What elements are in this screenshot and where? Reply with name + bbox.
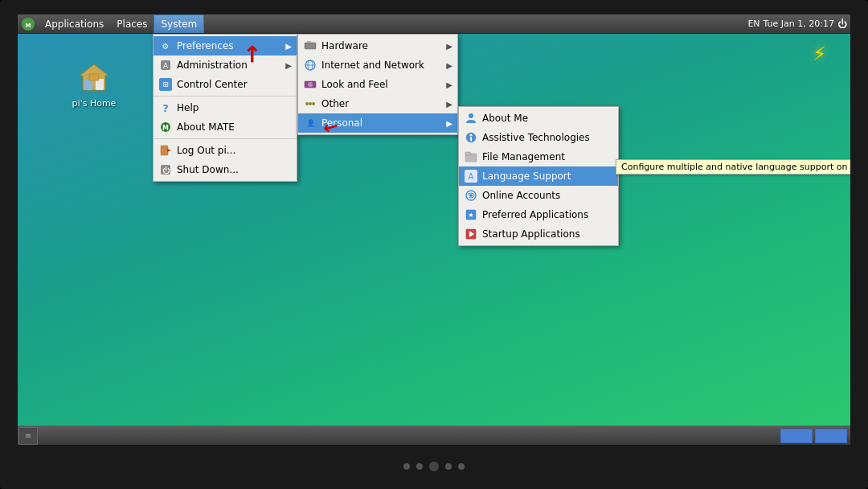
hardware-label: Hardware	[321, 40, 440, 51]
svg-point-25	[469, 113, 473, 118]
home-icon-label: pi's Home	[72, 98, 117, 109]
svg-text:A: A	[163, 62, 169, 70]
hardware-icon	[303, 39, 317, 53]
look-feel-arrow: ▶	[446, 80, 452, 89]
menu-item-language-support[interactable]: A Language Support	[459, 166, 618, 186]
menu-item-about-mate[interactable]: M About MATE	[154, 117, 297, 137]
menu-item-preferred-apps[interactable]: ★ Preferred Applications	[459, 205, 618, 224]
mate-logo: M	[19, 15, 37, 33]
preferences-icon: ⚙	[158, 39, 173, 53]
menu-item-preferences[interactable]: ⚙ Preferences ▶	[154, 36, 297, 55]
assistive-tech-label: Assistive Technologies	[482, 132, 613, 143]
monitor-bezel: M Applications Places System EN Tue Jan …	[0, 0, 868, 489]
online-accounts-label: Online Accounts	[482, 190, 613, 201]
system-menu-l1: ⚙ Preferences ▶ A Administration ▶ ⊞	[153, 34, 297, 182]
menu-item-file-management[interactable]: File Management	[459, 147, 618, 166]
file-management-icon	[464, 150, 478, 164]
taskbar-system[interactable]: System	[154, 14, 204, 33]
language-support-icon: A	[464, 169, 478, 183]
other-icon	[303, 97, 317, 111]
menu-item-look-feel[interactable]: Look and Feel ▶	[298, 75, 457, 94]
menu-item-hardware[interactable]: Hardware ▶	[298, 36, 457, 55]
shutdown-icon: ⏻	[158, 162, 173, 177]
language-support-label: Language Support	[482, 171, 613, 182]
personal-arrow: ▶	[446, 119, 452, 128]
preferred-apps-label: Preferred Applications	[482, 209, 613, 220]
preferences-label: Preferences	[177, 40, 279, 51]
menu-item-about-me[interactable]: About Me	[459, 109, 618, 128]
svg-rect-15	[307, 41, 309, 43]
startup-apps-icon	[464, 227, 478, 241]
svg-point-22	[305, 102, 309, 105]
screen: M Applications Places System EN Tue Jan …	[18, 14, 850, 445]
file-management-label: File Management	[482, 151, 613, 162]
lightning-icon: ⚡	[813, 43, 826, 65]
taskbar-places[interactable]: Places	[110, 14, 154, 33]
monitor-button-2[interactable]	[416, 463, 423, 470]
monitor-button-3[interactable]	[429, 462, 439, 471]
preferences-submenu: Hardware ▶ Internet and Network ▶	[297, 34, 458, 135]
other-label: Other	[321, 98, 440, 109]
monitor-button-4[interactable]	[445, 463, 452, 470]
personal-icon: 👤	[303, 116, 317, 130]
about-mate-label: About MATE	[177, 121, 292, 133]
svg-rect-5	[89, 74, 99, 80]
menu-item-startup-apps[interactable]: Startup Applications	[459, 224, 618, 244]
online-accounts-icon	[464, 188, 478, 203]
other-arrow: ▶	[446, 100, 452, 109]
menu-item-internet[interactable]: Internet and Network ▶	[298, 55, 457, 75]
monitor-button-5[interactable]	[458, 463, 465, 470]
assistive-tech-icon	[464, 130, 478, 145]
monitor-button-1[interactable]	[403, 463, 410, 470]
taskbar-applications[interactable]: Applications	[39, 14, 110, 33]
administration-label: Administration	[177, 60, 279, 71]
taskbar-right: EN Tue Jan 1, 20:17 ⏻	[747, 18, 850, 30]
menu-item-shutdown[interactable]: ⏻ Shut Down...	[154, 160, 297, 179]
workspace-switcher-2[interactable]	[815, 429, 847, 443]
desktop-icon-home[interactable]: pi's Home	[66, 55, 122, 112]
svg-rect-28	[470, 138, 472, 142]
svg-text:⏻: ⏻	[162, 166, 170, 175]
taskbar-menu-items: Applications Places System	[39, 14, 204, 33]
taskbar-top: M Applications Places System EN Tue Jan …	[18, 14, 850, 34]
startup-apps-label: Startup Applications	[482, 228, 613, 240]
menu-item-control-center[interactable]: ⊞ Control Center	[154, 75, 297, 94]
personal-submenu: About Me Assistive Technologies File Man…	[458, 106, 619, 246]
svg-point-27	[470, 134, 473, 137]
logout-icon	[158, 143, 173, 158]
language-support-tooltip: Configure multiple and native language s…	[616, 159, 850, 175]
svg-text:M: M	[26, 23, 31, 29]
workspace-switcher-1[interactable]	[780, 429, 813, 443]
internet-arrow: ▶	[446, 61, 452, 70]
svg-point-23	[309, 102, 312, 105]
clock: Tue Jan 1, 20:17	[764, 18, 834, 29]
svg-point-24	[312, 102, 315, 105]
svg-rect-16	[309, 41, 311, 43]
svg-rect-14	[305, 43, 316, 49]
about-me-label: About Me	[482, 113, 613, 124]
menu-item-online-accounts[interactable]: Online Accounts	[459, 186, 618, 205]
separator1	[154, 96, 297, 97]
svg-point-21	[308, 82, 313, 87]
help-label: Help	[177, 102, 292, 113]
administration-icon: A	[158, 58, 173, 72]
personal-label: Personal	[321, 117, 440, 129]
internet-label: Internet and Network	[321, 60, 440, 71]
internet-icon	[303, 58, 317, 72]
menu-item-other[interactable]: Other ▶	[298, 94, 457, 113]
look-feel-icon	[303, 77, 317, 92]
lang-indicator: EN	[747, 18, 760, 29]
taskbar-bottom-show-desktop[interactable]: ≡	[18, 427, 38, 445]
menu-item-administration[interactable]: A Administration ▶	[154, 55, 297, 75]
about-mate-icon: M	[158, 120, 173, 134]
menu-item-assistive-tech[interactable]: Assistive Technologies	[459, 128, 618, 147]
menu-item-personal[interactable]: 👤 Personal ▶	[298, 113, 457, 133]
menu-item-help[interactable]: ? Help	[154, 98, 297, 117]
help-icon: ?	[158, 101, 173, 115]
home-folder-icon	[75, 58, 113, 97]
shutdown-label: Shut Down...	[177, 164, 292, 175]
separator2	[154, 138, 297, 139]
taskbar-bottom: ≡	[18, 425, 850, 445]
menu-item-logout[interactable]: Log Out pi...	[154, 141, 297, 160]
control-center-label: Control Center	[177, 79, 292, 90]
